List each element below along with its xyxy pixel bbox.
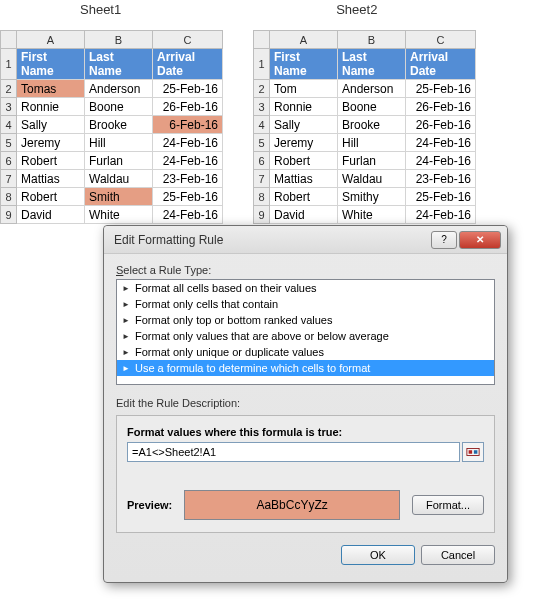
ok-button[interactable]: OK — [341, 545, 415, 565]
cell[interactable]: Anderson — [338, 80, 406, 98]
cell[interactable]: Hill — [85, 134, 153, 152]
cell[interactable]: 6-Feb-16 — [153, 116, 223, 134]
row-header[interactable]: 4 — [1, 116, 17, 134]
cell[interactable]: 26-Feb-16 — [153, 98, 223, 116]
cell[interactable]: 26-Feb-16 — [406, 98, 476, 116]
cell[interactable]: Ronnie — [17, 98, 85, 116]
cell[interactable]: 24-Feb-16 — [406, 206, 476, 224]
row-header[interactable]: 8 — [254, 188, 270, 206]
row-header[interactable]: 2 — [1, 80, 17, 98]
cell[interactable]: David — [17, 206, 85, 224]
cancel-button[interactable]: Cancel — [421, 545, 495, 565]
cell[interactable]: Anderson — [85, 80, 153, 98]
row-header[interactable]: 8 — [1, 188, 17, 206]
row-header[interactable]: 3 — [254, 98, 270, 116]
cell[interactable]: Furlan — [85, 152, 153, 170]
header-first-name[interactable]: First Name — [17, 49, 85, 80]
cell[interactable]: 23-Feb-16 — [153, 170, 223, 188]
cell[interactable]: Robert — [270, 188, 338, 206]
sheet2-label: Sheet2 — [336, 2, 377, 17]
rule-type-item[interactable]: Format all cells based on their values — [117, 280, 494, 296]
col-header-C[interactable]: C — [406, 31, 476, 49]
rule-type-item[interactable]: Format only unique or duplicate values — [117, 344, 494, 360]
cell[interactable]: Waldau — [85, 170, 153, 188]
sheet2-grid[interactable]: A B C 1 First Name Last Name Arrival Dat… — [253, 30, 476, 224]
cell[interactable]: Mattias — [17, 170, 85, 188]
header-first-name[interactable]: First Name — [270, 49, 338, 80]
cell[interactable]: Robert — [17, 152, 85, 170]
cell[interactable]: Sally — [270, 116, 338, 134]
row-header[interactable]: 9 — [254, 206, 270, 224]
header-last-name[interactable]: Last Name — [338, 49, 406, 80]
cell[interactable]: 25-Feb-16 — [406, 80, 476, 98]
cell[interactable]: Jeremy — [270, 134, 338, 152]
rule-type-list[interactable]: Format all cells based on their values F… — [116, 279, 495, 385]
cell[interactable]: Robert — [17, 188, 85, 206]
cell[interactable]: Ronnie — [270, 98, 338, 116]
col-header-B[interactable]: B — [85, 31, 153, 49]
formula-input[interactable] — [127, 442, 460, 462]
row-header[interactable]: 1 — [1, 49, 17, 80]
cell[interactable]: Tom — [270, 80, 338, 98]
cell[interactable]: 25-Feb-16 — [153, 188, 223, 206]
cell[interactable]: Robert — [270, 152, 338, 170]
cell[interactable]: Smith — [85, 188, 153, 206]
cell[interactable]: 24-Feb-16 — [406, 152, 476, 170]
corner-cell[interactable] — [254, 31, 270, 49]
row-header[interactable]: 7 — [1, 170, 17, 188]
row-header[interactable]: 7 — [254, 170, 270, 188]
format-button[interactable]: Format... — [412, 495, 484, 515]
row-header[interactable]: 3 — [1, 98, 17, 116]
cell[interactable]: Brooke — [85, 116, 153, 134]
cell[interactable]: 25-Feb-16 — [153, 80, 223, 98]
cell[interactable]: Smithy — [338, 188, 406, 206]
col-header-C[interactable]: C — [153, 31, 223, 49]
edit-formatting-rule-dialog: Edit Formatting Rule ? ✕ Select a Rule T… — [103, 225, 508, 583]
col-header-A[interactable]: A — [270, 31, 338, 49]
cell[interactable]: Tomas — [17, 80, 85, 98]
cell[interactable]: 24-Feb-16 — [406, 134, 476, 152]
cell[interactable]: Mattias — [270, 170, 338, 188]
row-header[interactable]: 4 — [254, 116, 270, 134]
corner-cell[interactable] — [1, 31, 17, 49]
row-header[interactable]: 1 — [254, 49, 270, 80]
dialog-titlebar[interactable]: Edit Formatting Rule ? ✕ — [104, 226, 507, 254]
cell[interactable]: 23-Feb-16 — [406, 170, 476, 188]
row-header[interactable]: 9 — [1, 206, 17, 224]
row-header[interactable]: 6 — [254, 152, 270, 170]
row-header[interactable]: 2 — [254, 80, 270, 98]
col-header-A[interactable]: A — [17, 31, 85, 49]
cell[interactable]: 24-Feb-16 — [153, 206, 223, 224]
rule-type-item[interactable]: Format only top or bottom ranked values — [117, 312, 494, 328]
cell[interactable]: Furlan — [338, 152, 406, 170]
col-header-B[interactable]: B — [338, 31, 406, 49]
cell[interactable]: 25-Feb-16 — [406, 188, 476, 206]
cell[interactable]: David — [270, 206, 338, 224]
row-header[interactable]: 6 — [1, 152, 17, 170]
preview-box: AaBbCcYyZz — [184, 490, 400, 520]
cell[interactable]: Jeremy — [17, 134, 85, 152]
close-button[interactable]: ✕ — [459, 231, 501, 249]
sheet1-grid[interactable]: A B C 1 First Name Last Name Arrival Dat… — [0, 30, 223, 224]
rule-type-item[interactable]: Format only cells that contain — [117, 296, 494, 312]
rule-type-item[interactable]: Format only values that are above or bel… — [117, 328, 494, 344]
cell[interactable]: Boone — [85, 98, 153, 116]
header-last-name[interactable]: Last Name — [85, 49, 153, 80]
range-selector-button[interactable] — [462, 442, 484, 462]
cell[interactable]: Brooke — [338, 116, 406, 134]
header-arrival-date[interactable]: Arrival Date — [153, 49, 223, 80]
cell[interactable]: White — [338, 206, 406, 224]
cell[interactable]: Boone — [338, 98, 406, 116]
cell[interactable]: White — [85, 206, 153, 224]
row-header[interactable]: 5 — [1, 134, 17, 152]
cell[interactable]: 24-Feb-16 — [153, 134, 223, 152]
rule-type-item-selected[interactable]: Use a formula to determine which cells t… — [117, 360, 494, 376]
help-button[interactable]: ? — [431, 231, 457, 249]
cell[interactable]: 24-Feb-16 — [153, 152, 223, 170]
cell[interactable]: Waldau — [338, 170, 406, 188]
header-arrival-date[interactable]: Arrival Date — [406, 49, 476, 80]
cell[interactable]: Sally — [17, 116, 85, 134]
cell[interactable]: 26-Feb-16 — [406, 116, 476, 134]
cell[interactable]: Hill — [338, 134, 406, 152]
row-header[interactable]: 5 — [254, 134, 270, 152]
